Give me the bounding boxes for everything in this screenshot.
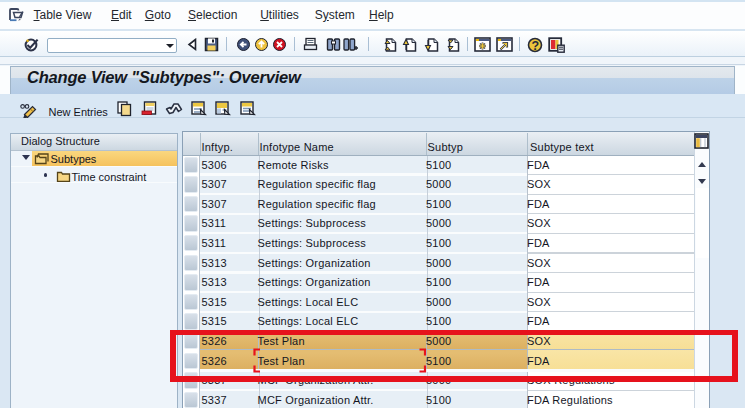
svg-text:?: ?: [531, 38, 539, 52]
